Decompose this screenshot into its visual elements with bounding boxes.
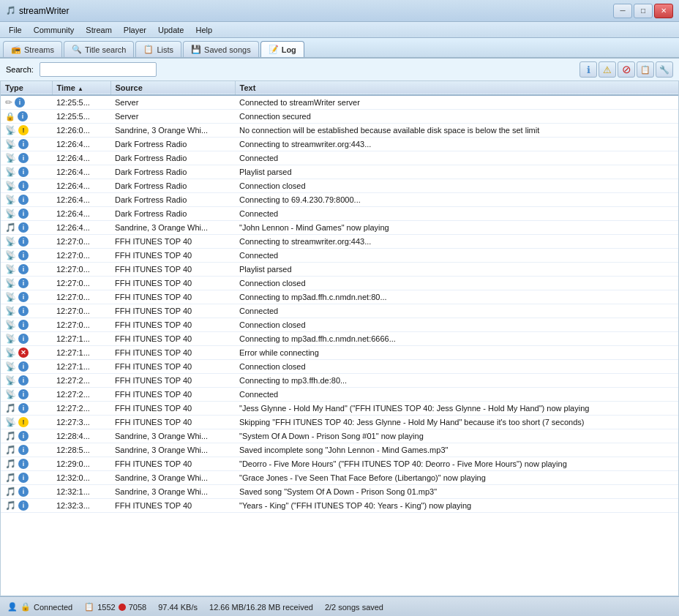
info-icon: i [18, 320, 29, 330]
lock-icon: 🔒 [5, 112, 15, 121]
info-icon: i [18, 500, 29, 511]
warn-filter-button[interactable]: ⚠ [599, 61, 616, 78]
cell-source: FFH ITUNES TOP 40 [110, 235, 235, 249]
tabbar: 📻Streams🔍Title search📋Lists💾Saved songs📝… [0, 38, 679, 59]
table-row[interactable]: 📡!12:27:3...FFH ITUNES TOP 40Skipping "F… [1, 416, 678, 429]
signal-icon: 📡 [5, 181, 16, 191]
table-row[interactable]: 📡i12:27:0...FFH ITUNES TOP 40Playlist pa… [1, 263, 678, 277]
cell-type: 🎵i [1, 221, 52, 235]
cell-text: Connection closed [235, 179, 678, 193]
speed-item: 97.44 KB/s [158, 603, 198, 612]
info-icon: i [18, 153, 29, 163]
settings-button[interactable]: 🔧 [656, 61, 673, 78]
info-filter-button[interactable]: ℹ [579, 61, 597, 78]
table-row[interactable]: 📡i12:26:4...Dark Fortress RadioConnectin… [1, 138, 678, 151]
cell-source: Sandrine, 3 Orange Whi... [110, 124, 235, 138]
tab-lists[interactable]: 📋Lists [135, 41, 181, 57]
cell-type: 📡i [1, 207, 52, 221]
cell-source: FFH ITUNES TOP 40 [110, 263, 235, 277]
tab-icon-saved-songs: 💾 [191, 45, 201, 54]
table-row[interactable]: 📡i12:27:0...FFH ITUNES TOP 40Connecting … [1, 235, 678, 249]
cell-text: Playlist parsed [235, 263, 678, 277]
cell-time: 12:26:4... [52, 207, 110, 221]
table-row[interactable]: 📡i12:26:4...Dark Fortress RadioPlaylist … [1, 165, 678, 179]
error-filter-button[interactable]: ⊘ [618, 61, 635, 78]
table-row[interactable]: 🎵i12:27:2...FFH ITUNES TOP 40"Jess Glynn… [1, 402, 678, 416]
cell-text: Connecting to mp3ad.ffh.c.nmdn.net:6666.… [235, 332, 678, 346]
table-row[interactable]: 📡i12:26:4...Dark Fortress RadioConnectin… [1, 193, 678, 207]
menu-stream[interactable]: Stream [80, 24, 117, 36]
tab-label-streams: Streams [24, 45, 54, 54]
table-row[interactable]: 📡i12:27:0...FFH ITUNES TOP 40Connected [1, 304, 678, 318]
statusbar: 👤 🔒 Connected 📋 1552 7058 97.44 KB/s 12.… [0, 596, 679, 616]
menu-player[interactable]: Player [118, 24, 152, 36]
signal-icon: 📡 [5, 292, 16, 302]
maximize-button[interactable]: □ [634, 4, 653, 18]
table-row[interactable]: 🎵i12:26:4...Sandrine, 3 Orange Whi..."Jo… [1, 221, 678, 235]
table-body: ✏i12:25:5...ServerConnected to streamWri… [1, 95, 678, 513]
table-row[interactable]: 🎵i12:32:1...Sandrine, 3 Orange Whi...Sav… [1, 485, 678, 499]
col-text[interactable]: Text [235, 81, 678, 95]
table-row[interactable]: 📡i12:27:0...FFH ITUNES TOP 40Connecting … [1, 290, 678, 304]
menu-community[interactable]: Community [28, 24, 80, 36]
cell-type: 📡i [1, 165, 52, 179]
menu-file[interactable]: File [3, 24, 28, 36]
table-row[interactable]: 📡i12:27:1...FFH ITUNES TOP 40Connecting … [1, 332, 678, 346]
table-row[interactable]: 📡i12:27:0...FFH ITUNES TOP 40Connected [1, 249, 678, 263]
cell-text: "System Of A Down - Prison Song #01" now… [235, 429, 678, 443]
col-type[interactable]: Type [1, 81, 52, 95]
table-row[interactable]: 📡i12:26:4...Dark Fortress RadioConnected [1, 207, 678, 221]
music-icon: 🎵 [5, 431, 16, 441]
close-button[interactable]: ✕ [654, 4, 673, 18]
search-input[interactable] [40, 62, 157, 77]
table-row[interactable]: 🎵i12:28:5...Sandrine, 3 Orange Whi...Sav… [1, 443, 678, 457]
table-row[interactable]: 📡i12:27:0...FFH ITUNES TOP 40Connection … [1, 277, 678, 290]
music-icon: 🎵 [5, 473, 16, 483]
minimize-button[interactable]: ─ [613, 4, 632, 18]
tab-saved-songs[interactable]: 💾Saved songs [183, 41, 259, 57]
error-icon: ✕ [18, 348, 29, 358]
info-icon: i [18, 111, 28, 121]
col-source[interactable]: Source [110, 81, 235, 95]
menu-help[interactable]: Help [190, 24, 219, 36]
cell-text: Connected [235, 249, 678, 263]
cell-type: 📡i [1, 277, 52, 290]
col-time[interactable]: Time ▲ [52, 81, 110, 95]
tab-label-lists: Lists [157, 45, 173, 54]
table-row[interactable]: 📡i12:27:1...FFH ITUNES TOP 40Connection … [1, 360, 678, 374]
titlebar: 🎵 streamWriter ─ □ ✕ [0, 0, 679, 22]
copy-button[interactable]: 📋 [637, 61, 654, 78]
cell-text: Connected [235, 207, 678, 221]
table-row[interactable]: 🎵i12:32:0...Sandrine, 3 Orange Whi..."Gr… [1, 471, 678, 485]
table-row[interactable]: 📡i12:26:4...Dark Fortress RadioConnectio… [1, 179, 678, 193]
tab-streams[interactable]: 📻Streams [3, 41, 62, 57]
table-row[interactable]: ✏i12:25:5...ServerConnected to streamWri… [1, 95, 678, 110]
lock-icon: 🔒 [20, 602, 31, 612]
user-icon: 👤 [7, 602, 18, 612]
menu-update[interactable]: Update [152, 24, 190, 36]
table-row[interactable]: 📡✕12:27:1...FFH ITUNES TOP 40Error while… [1, 346, 678, 360]
cell-time: 12:32:3... [52, 499, 110, 513]
signal-icon: 📡 [5, 167, 16, 177]
table-row[interactable]: 🔒i12:25:5...ServerConnection secured [1, 110, 678, 124]
table-row[interactable]: 🎵i12:28:4...Sandrine, 3 Orange Whi..."Sy… [1, 429, 678, 443]
table-row[interactable]: 📡i12:27:2...FFH ITUNES TOP 40Connected [1, 388, 678, 402]
cell-text: "Jess Glynne - Hold My Hand" ("FFH ITUNE… [235, 402, 678, 416]
table-row[interactable]: 🎵i12:29:0...FFH ITUNES TOP 40"Deorro - F… [1, 457, 678, 471]
table-row[interactable]: 📡i12:27:0...FFH ITUNES TOP 40Connection … [1, 318, 678, 332]
cell-time: 12:27:1... [52, 332, 110, 346]
cell-time: 12:32:1... [52, 485, 110, 499]
cell-source: FFH ITUNES TOP 40 [110, 277, 235, 290]
tab-title-search[interactable]: 🔍Title search [64, 41, 134, 57]
cell-time: 12:26:0... [52, 124, 110, 138]
cell-source: FFH ITUNES TOP 40 [110, 388, 235, 402]
signal-icon: 📡 [5, 264, 16, 274]
table-row[interactable]: 📡i12:26:4...Dark Fortress RadioConnected [1, 151, 678, 165]
table-row[interactable]: 📡i12:27:2...FFH ITUNES TOP 40Connecting … [1, 374, 678, 388]
table-row[interactable]: 📡!12:26:0...Sandrine, 3 Orange Whi...No … [1, 124, 678, 138]
warn-icon: ! [18, 125, 29, 135]
table-row[interactable]: 🎵i12:32:3...FFH ITUNES TOP 40"Years - Ki… [1, 499, 678, 513]
tab-log[interactable]: 📝Log [260, 41, 304, 57]
cell-time: 12:27:0... [52, 277, 110, 290]
cell-type: 📡i [1, 193, 52, 207]
